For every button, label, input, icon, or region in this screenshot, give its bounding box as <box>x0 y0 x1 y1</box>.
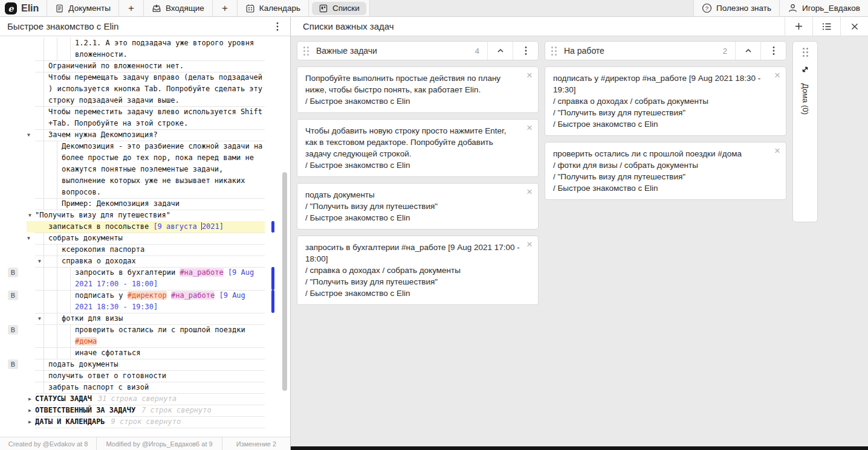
tab-lists[interactable]: Списки <box>309 0 370 16</box>
plain-text: записаться в посольстве <box>48 222 153 231</box>
task-line[interactable]: ▼фотки для визы <box>35 313 265 324</box>
tab-documents[interactable]: Документы <box>47 0 119 16</box>
task-line[interactable]: Чтобы перемещать задачу вправо (делать п… <box>35 72 265 106</box>
task-card[interactable]: подписать у #директор #на_работе [9 Aug … <box>545 66 786 136</box>
collapse-closed-icon[interactable]: ▶ <box>28 416 31 428</box>
task-line[interactable]: ▼собрать документы <box>35 233 265 244</box>
remove-card-button[interactable]: × <box>774 70 780 80</box>
collapse-open-icon[interactable]: ▼ <box>38 256 41 267</box>
task-row: Bподписать у #директор #на_работе [9 Aug… <box>0 290 290 313</box>
task-line[interactable]: ▼справка о доходах <box>35 256 265 267</box>
task-line[interactable]: ▶ДАТЫ И КАЛЕНДАРЬ9 строк свернуто <box>35 416 265 428</box>
collapse-open-icon[interactable]: ▼ <box>28 210 31 221</box>
plain-text: проверить остались ли с прошлой поездки <box>75 326 245 334</box>
task-row: ▶ОТВЕТСТВЕННЫЙ ЗА ЗАДАЧУ7 строк свернуто <box>0 405 290 416</box>
collapse-column-button[interactable] <box>735 42 760 60</box>
task-line[interactable]: ▶ОТВЕТСТВЕННЫЙ ЗА ЗАДАЧУ7 строк свернуто <box>35 405 265 416</box>
column-menu-button[interactable] <box>760 42 786 60</box>
tab-label: Входящие <box>166 4 204 13</box>
card-breadcrumb: / Быстрое знакомство с Elin <box>305 159 520 171</box>
document-title: Быстрое знакомство с Elin <box>0 21 265 31</box>
tab-calendar[interactable]: Календарь <box>238 0 309 16</box>
task-line[interactable]: получить ответ о готовности <box>35 370 265 382</box>
task-line[interactable]: подать документы <box>35 359 265 370</box>
brand[interactable]: e Elin <box>0 0 47 16</box>
task-line[interactable]: Чтобы переместить задачу влево используе… <box>35 106 265 129</box>
status-badge[interactable]: B <box>8 291 18 300</box>
add-inbox-button[interactable]: + <box>213 0 238 16</box>
task-line[interactable]: проверить остались ли с прошлой поездки … <box>35 324 265 347</box>
close-icon <box>850 22 859 31</box>
add-list-button[interactable] <box>785 17 812 36</box>
document-header: Быстрое знакомство с Elin <box>0 17 290 36</box>
task-line[interactable]: иначе сфотаться <box>35 347 265 359</box>
scrollbar-thumb[interactable] <box>282 172 287 391</box>
collapsed-column-label: Дома (0) <box>801 83 810 115</box>
hashtag: #на_работе <box>171 291 215 300</box>
collapse-closed-icon[interactable]: ▶ <box>28 393 31 405</box>
task-card[interactable]: проверить остались ли с прошлой поездки … <box>545 142 786 200</box>
task-line[interactable]: ксерокопия паспорта <box>35 244 265 256</box>
collapse-closed-icon[interactable]: ▶ <box>28 405 31 416</box>
collapse-open-icon[interactable]: ▼ <box>27 233 30 244</box>
selection-indicator <box>271 290 274 313</box>
collapsed-column-doma[interactable]: Дома (0) <box>792 41 818 222</box>
card-text: подписать у #директор #на_работе [9 Aug … <box>553 72 768 95</box>
close-board-button[interactable] <box>840 17 868 36</box>
column-menu-button[interactable] <box>513 42 538 60</box>
remove-card-button[interactable]: × <box>526 239 533 249</box>
drag-handle-icon[interactable] <box>551 47 557 56</box>
collapsed-count: 7 строк свернуто <box>141 406 212 414</box>
remove-card-button[interactable]: × <box>526 187 533 197</box>
drag-handle-icon[interactable] <box>803 48 808 57</box>
task-card[interactable]: запросить в бухгалтерии #на_работе [9 Au… <box>297 236 539 305</box>
kebab-icon <box>772 46 775 56</box>
tab-pill: Списки <box>312 2 366 15</box>
task-card[interactable]: Попробуйте выполнить простые действия по… <box>297 66 539 113</box>
remove-card-button[interactable]: × <box>526 70 533 80</box>
board-icon <box>319 4 328 13</box>
drag-handle-icon[interactable] <box>303 47 309 56</box>
remove-card-button[interactable]: × <box>774 146 780 156</box>
collapse-open-icon[interactable]: ▼ <box>38 313 41 324</box>
user-menu[interactable]: Игорь_Евдаков <box>779 0 868 16</box>
expand-icon[interactable] <box>800 65 810 74</box>
task-line[interactable]: запросить в бухгалтерии #на_работе [9 Au… <box>35 267 265 290</box>
task-row: ксерокопия паспорта <box>0 244 290 256</box>
task-text: Зачем нужна Декомпозиция? <box>48 130 158 139</box>
collapse-column-button[interactable] <box>487 42 513 60</box>
tab-inbox[interactable]: Входящие <box>144 0 213 16</box>
status-badge[interactable]: B <box>8 268 18 277</box>
task-line[interactable]: Пример: Декомпозиция задачи <box>35 198 265 210</box>
task-line[interactable]: подписать у #директор #на_работе [9 Aug … <box>35 290 265 313</box>
task-text: запросить в бухгалтерии #на_работе [9 Au… <box>75 268 254 288</box>
remove-card-button[interactable]: × <box>526 123 533 133</box>
selection-indicator <box>271 267 274 290</box>
collapse-open-icon[interactable]: ▼ <box>27 129 30 141</box>
task-card[interactable]: подать документы/ "Получить визу для пут… <box>297 183 539 230</box>
task-line[interactable]: записаться в посольстве [9 августа 2021] <box>35 221 265 233</box>
collapsed-count: 31 строка свернута <box>98 394 177 403</box>
task-row: Bподать документы <box>0 359 290 370</box>
document-menu-button[interactable] <box>265 17 290 36</box>
task-line[interactable]: ▶СТАТУСЫ ЗАДАЧ31 строка свернута <box>35 393 265 405</box>
task-card[interactable]: Чтобы добавить новую строку просто нажми… <box>297 119 539 177</box>
add-documents-button[interactable]: + <box>119 0 144 16</box>
task-text: фотки для визы <box>62 314 123 323</box>
kebab-icon <box>525 46 527 56</box>
task-row: ▶СТАТУСЫ ЗАДАЧ31 строка свернута <box>0 393 290 405</box>
task-line[interactable]: ▼Зачем нужна Декомпозиция? <box>35 129 265 141</box>
task-text: записаться в посольстве [9 августа 2021] <box>48 222 224 231</box>
task-line[interactable]: Декомпозиция - это разбиение сложной зад… <box>35 141 265 198</box>
task-line[interactable]: 1.2.1. А это подзадача уже второго уровн… <box>35 37 265 60</box>
task-line[interactable]: забрать паспорт с визой <box>35 382 265 393</box>
task-text: Декомпозиция - это разбиение сложной зад… <box>62 142 262 196</box>
task-line[interactable]: Ограничений по вложенности нет. <box>35 60 265 72</box>
status-badge[interactable]: B <box>8 325 18 335</box>
status-badge[interactable]: B <box>8 359 18 369</box>
task-text: Пример: Декомпозиция задачи <box>62 199 180 208</box>
column-count: 2 <box>723 47 727 56</box>
list-view-button[interactable] <box>812 17 840 36</box>
task-line[interactable]: ▼"Получить визу для путешествия" <box>35 210 265 221</box>
help-button[interactable]: ? Полезно знать <box>693 0 779 16</box>
